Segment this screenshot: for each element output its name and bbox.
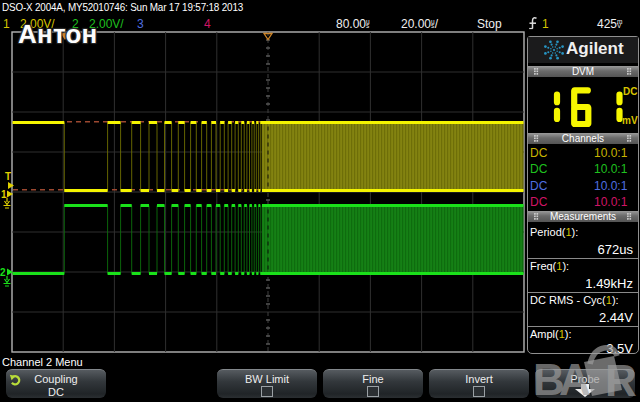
svg-text:mV: mV xyxy=(622,115,638,126)
svg-text:1: 1 xyxy=(1,189,7,200)
svg-text:DC: DC xyxy=(623,86,637,97)
svg-text:2: 2 xyxy=(0,267,6,278)
svg-text:T: T xyxy=(5,171,11,182)
